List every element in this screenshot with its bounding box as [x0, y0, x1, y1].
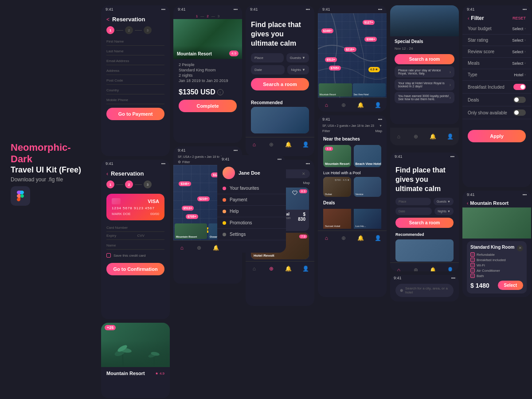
nav-user-3[interactable]: 👤	[301, 264, 310, 273]
breakfast-toggle[interactable]	[513, 84, 526, 90]
filter-meals-value[interactable]: Select ›	[512, 61, 526, 66]
country-field[interactable]: Country	[106, 86, 164, 94]
expiry-field[interactable]: Expiry	[106, 234, 134, 238]
nav-bell-2[interactable]: 🔔	[284, 140, 293, 149]
card-number-field[interactable]: Card Number	[106, 224, 164, 232]
select-btn[interactable]: Select	[498, 281, 523, 290]
nav-home-7[interactable]: ⌂	[394, 266, 403, 271]
menu-payment[interactable]: Payment	[217, 194, 286, 206]
date-field[interactable]: Date	[251, 65, 285, 74]
cvv-field[interactable]: CVV	[137, 234, 165, 238]
map-pin-216[interactable]: $216+	[197, 196, 210, 201]
large-pin-388[interactable]: $388+	[364, 37, 377, 42]
resort-back[interactable]: ‹	[467, 201, 468, 206]
menu-favourites[interactable]: Your favourites	[217, 183, 286, 194]
search-room-btn[interactable]: Search a room	[251, 78, 309, 90]
search-nights[interactable]: Nights ▼	[434, 207, 454, 215]
filter-type-value[interactable]: Hotel ›	[514, 73, 526, 77]
sunset-card-1[interactable]: Sunset Hotel	[323, 209, 351, 229]
place-field[interactable]: Place	[251, 53, 284, 63]
nav-bell-4[interactable]: 🔔	[356, 101, 365, 110]
back-arrow-1[interactable]: <	[106, 16, 110, 23]
first-name-field[interactable]: First Name	[106, 38, 164, 46]
nav-search-3[interactable]: ⊕	[267, 264, 276, 273]
map-pin-513[interactable]: $513+	[182, 206, 194, 211]
go-confirmation-btn[interactable]: Go to Confirmation	[106, 263, 164, 275]
name-field[interactable]: Name	[106, 242, 164, 250]
filter-btn[interactable]: ⚙ Filter	[178, 160, 190, 164]
nav-user-4[interactable]: 👤	[374, 101, 383, 110]
large-pin-127[interactable]: $127+	[363, 20, 375, 25]
guests-field[interactable]: Guests ▼	[286, 53, 309, 63]
map-label[interactable]: Map	[303, 181, 310, 185]
beach-filter[interactable]: Filter	[322, 129, 330, 133]
search-map-btn[interactable]: Search a room	[395, 218, 454, 228]
lux-card-1[interactable]: Dubai $700 · 4.5 ★	[323, 177, 351, 197]
sunset-card-2[interactable]: Lux Ho...	[354, 209, 382, 229]
nav-home-icon[interactable]: ⌂	[177, 243, 186, 252]
notif-1[interactable]: Please rate your stay at Venice Royal, V…	[395, 66, 454, 78]
large-pin-513[interactable]: $513+	[325, 57, 337, 62]
complete-btn[interactable]: Complete	[179, 100, 237, 112]
filter-reset[interactable]: RESET	[512, 16, 526, 20]
menu-help[interactable]: Help	[217, 206, 286, 217]
step-2-3[interactable]: 3	[144, 180, 152, 188]
go-payment-btn[interactable]: Go to Payment	[106, 108, 164, 120]
nav-search-4[interactable]: ⊕	[339, 101, 348, 110]
nav-search-7[interactable]: ⊕	[411, 266, 420, 271]
figma-icon[interactable]	[11, 186, 30, 206]
step-2[interactable]: 2	[125, 26, 133, 34]
notif-3[interactable]: You have earned 3000 loyalty points! See…	[395, 92, 454, 103]
notif-2[interactable]: Your stay at Hotel Venice Royal is booke…	[395, 79, 454, 90]
nav-home-4[interactable]: ⌂	[322, 101, 331, 110]
beach-card-2[interactable]: Beach View Hotel	[354, 145, 382, 167]
search-guests[interactable]: Guests ▼	[434, 198, 454, 205]
clear-icon[interactable]: ✕	[302, 172, 305, 176]
beach-map[interactable]: Map	[375, 129, 382, 133]
nav-bell-3[interactable]: 🔔	[284, 264, 293, 273]
last-name-field[interactable]: Last Name	[106, 47, 164, 55]
filter-stars-value[interactable]: Select ›	[512, 38, 526, 43]
step-3[interactable]: 3	[144, 26, 152, 34]
address-field[interactable]: Address	[106, 67, 164, 75]
large-pin-346[interactable]: $346+	[321, 28, 334, 33]
large-map[interactable]: $127+ $346+ $388+ $216+ $513+ $705+ 4.9 …	[318, 13, 387, 98]
step-1[interactable]: 1	[106, 26, 114, 34]
large-pin-216[interactable]: $216+	[344, 47, 356, 52]
nav-bell-6[interactable]: 🔔	[429, 132, 438, 141]
nav-search-icon[interactable]: ⊕	[195, 243, 203, 252]
nav-home-6[interactable]: ⌂	[394, 132, 403, 141]
map-pin-705[interactable]: $705+	[186, 214, 198, 219]
nav-home-5[interactable]: ⌂	[322, 234, 331, 243]
filter-back[interactable]: ‹	[468, 16, 469, 21]
nav-home-2[interactable]: ⌂	[250, 140, 258, 149]
nav-bell-5[interactable]: 🔔	[356, 234, 365, 243]
search-date[interactable]: Date	[395, 207, 432, 215]
nav-user-5[interactable]: 👤	[374, 234, 383, 243]
nav-search-2[interactable]: ⊕	[267, 140, 276, 149]
step-2-2[interactable]: 2	[125, 180, 133, 188]
menu-settings[interactable]: Settings	[217, 229, 286, 240]
deals-search-btn[interactable]: Search a room	[395, 54, 454, 64]
save-card-checkbox[interactable]	[106, 253, 111, 258]
phone-field[interactable]: Mobile Phone	[106, 96, 164, 104]
nav-bell-7[interactable]: 🔔	[429, 266, 438, 271]
map-pin-346[interactable]: $346+	[179, 181, 191, 186]
nav-user-6[interactable]: 👤	[446, 132, 455, 141]
resort-close[interactable]: ✕	[517, 245, 523, 251]
hotel-heart-1[interactable]	[292, 189, 297, 197]
postcode-field[interactable]: Post Code	[106, 77, 164, 85]
deals-toggle[interactable]	[513, 97, 526, 103]
info-icon[interactable]: i	[217, 89, 223, 95]
nav-user-7[interactable]: 👤	[446, 266, 455, 271]
city-search-bar[interactable]: ⊕ Search for a city, area, or a hotel	[395, 284, 454, 297]
search-place[interactable]: Place	[395, 198, 431, 205]
nav-search-5[interactable]: ⊕	[339, 234, 348, 243]
step-2-1[interactable]: 1	[106, 180, 114, 188]
nav-search-6[interactable]: ⊕	[411, 132, 420, 141]
nav-user-2[interactable]: 👤	[301, 140, 310, 149]
available-toggle[interactable]	[513, 110, 526, 116]
large-pin-gold[interactable]: 4.9 ★	[368, 67, 380, 72]
email-field[interactable]: Email Address	[106, 57, 164, 65]
filter-budget-value[interactable]: Select ›	[512, 27, 526, 31]
